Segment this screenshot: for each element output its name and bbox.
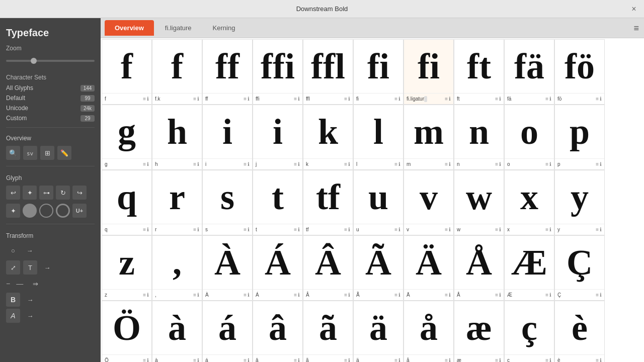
glyph-info-icon[interactable]: ℹ — [549, 227, 551, 232]
glyph-action-icons[interactable]: ≡ℹ — [596, 227, 602, 232]
edit-icon-btn[interactable]: ✏️ — [57, 146, 71, 160]
glyph-cell[interactable]: ij≡ℹ — [253, 105, 303, 170]
glyph-list-icon[interactable]: ≡ — [244, 227, 247, 232]
glyph-action-icons[interactable]: ≡ℹ — [244, 292, 250, 298]
glyph-info-icon[interactable]: ℹ — [499, 227, 501, 232]
glyph-info-icon[interactable]: ℹ — [449, 227, 451, 232]
glyph-list-icon[interactable]: ≡ — [143, 292, 146, 298]
glyph-cell[interactable]: hh≡ℹ — [152, 105, 202, 170]
glyph-list-icon[interactable]: ≡ — [445, 357, 448, 362]
uplus-icon[interactable]: U+ — [72, 204, 87, 218]
glyph-list-icon[interactable]: ≡ — [596, 96, 599, 102]
glyph-list-icon[interactable]: ≡ — [344, 292, 347, 298]
glyph-cell[interactable]: kk≡ℹ — [303, 105, 353, 170]
glyph-list-icon[interactable]: ≡ — [193, 96, 196, 102]
glyph-cell[interactable]: rr≡ℹ — [152, 170, 202, 235]
glyph-action-icons[interactable]: ≡ℹ — [545, 161, 551, 167]
glyph-action-icons[interactable]: ≡ℹ — [193, 96, 199, 102]
glyph-cell[interactable]: yy≡ℹ — [554, 170, 605, 235]
glyph-list-icon[interactable]: ≡ — [193, 357, 196, 362]
glyph-list-icon[interactable]: ≡ — [394, 357, 397, 362]
glyph-info-icon[interactable]: ℹ — [298, 357, 300, 362]
redo-icon[interactable]: ↪ — [72, 186, 87, 200]
glyph-cell[interactable]: zz≡ℹ — [102, 235, 152, 301]
glyph-info-icon[interactable]: ℹ — [499, 96, 501, 102]
circle-transform-icon[interactable]: ○ — [6, 243, 20, 257]
arrow-right-icon[interactable]: → — [23, 243, 37, 257]
glyph-action-icons[interactable]: ≡ℹ — [344, 227, 350, 232]
glyph-cell[interactable]: çç≡ℹ — [504, 301, 554, 362]
glyph-info-icon[interactable]: ℹ — [549, 357, 551, 362]
glyph-cell[interactable]: tt≡ℹ — [253, 170, 303, 235]
glyph-cell[interactable]: ÖÖ≡ℹ — [102, 301, 152, 362]
glyph-action-icons[interactable]: ≡ℹ — [445, 96, 451, 102]
glyph-action-icons[interactable]: ≡ℹ — [545, 357, 551, 362]
glyph-cell[interactable]: ÂÂ≡ℹ — [303, 235, 353, 301]
glyph-action-icons[interactable]: ≡ℹ — [294, 96, 300, 102]
glyph-action-icons[interactable]: ≡ℹ — [143, 227, 149, 232]
glyph-list-icon[interactable]: ≡ — [344, 161, 347, 167]
bold-button[interactable]: B — [6, 293, 20, 307]
glyph-info-icon[interactable]: ℹ — [248, 292, 250, 298]
glyph-list-icon[interactable]: ≡ — [294, 357, 297, 362]
glyph-list-icon[interactable]: ≡ — [495, 357, 498, 362]
glyph-cell[interactable]: ææ≡ℹ — [454, 301, 504, 362]
glyph-cell[interactable]: ff≡ℹ — [102, 39, 152, 105]
glyph-cell[interactable]: nn≡ℹ — [454, 105, 504, 170]
glyph-list-icon[interactable]: ≡ — [445, 96, 448, 102]
glyph-action-icons[interactable]: ≡ℹ — [596, 96, 602, 102]
glyph-info-icon[interactable]: ℹ — [298, 161, 300, 167]
glyph-info-icon[interactable]: ℹ — [499, 292, 501, 298]
svg-icon-btn[interactable]: svg — [23, 146, 37, 160]
glyph-action-icons[interactable]: ≡ℹ — [596, 357, 602, 362]
tab-overview[interactable]: Overview — [105, 20, 154, 36]
glyph-info-icon[interactable]: ℹ — [147, 357, 149, 362]
glyph-cell[interactable]: pp≡ℹ — [554, 105, 605, 170]
glyph-list-icon[interactable]: ≡ — [244, 161, 247, 167]
glyph-list-icon[interactable]: ≡ — [143, 96, 146, 102]
italic-button[interactable]: A — [6, 309, 20, 323]
text-icon[interactable]: T — [23, 260, 37, 275]
glyph-list-icon[interactable]: ≡ — [545, 292, 548, 298]
glyph-action-icons[interactable]: ≡ℹ — [445, 161, 451, 167]
sidebar-item-unicode[interactable]: Unicode 24k — [0, 103, 101, 113]
glyph-list-icon[interactable]: ≡ — [545, 161, 548, 167]
glyph-action-icons[interactable]: ≡ℹ — [495, 96, 501, 102]
glyph-cell[interactable]: ffiffi≡ℹ — [253, 39, 303, 105]
glyph-info-icon[interactable]: ℹ — [600, 227, 602, 232]
glyph-action-icons[interactable]: ≡ℹ — [495, 227, 501, 232]
glyph-action-icons[interactable]: ≡ℹ — [244, 96, 250, 102]
glyph-cell[interactable]: ll≡ℹ — [353, 105, 404, 170]
glyph-list-icon[interactable]: ≡ — [445, 161, 448, 167]
glyph-cell[interactable]: ff.k≡ℹ — [152, 39, 202, 105]
glyph-cell[interactable]: ÅÅ≡ℹ — [454, 235, 504, 301]
glyph-action-icons[interactable]: ≡ℹ — [495, 292, 501, 298]
glyph-cell[interactable]: fflffl≡ℹ — [303, 39, 353, 105]
glyph-list-icon[interactable]: ≡ — [596, 292, 599, 298]
glyph-list-icon[interactable]: ≡ — [394, 227, 397, 232]
glyph-action-icons[interactable]: ≡ℹ — [545, 292, 551, 298]
glyph-list-icon[interactable]: ≡ — [244, 357, 247, 362]
glyph-cell[interactable]: vv≡ℹ — [404, 170, 454, 235]
glyph-action-icons[interactable]: ≡ℹ — [596, 161, 602, 167]
glyph-info-icon[interactable]: ℹ — [398, 96, 400, 102]
glyph-info-icon[interactable]: ℹ — [197, 292, 199, 298]
glyph-list-icon[interactable]: ≡ — [495, 292, 498, 298]
glyph-list-icon[interactable]: ≡ — [545, 357, 548, 362]
glyph-info-icon[interactable]: ℹ — [398, 161, 400, 167]
glyph-action-icons[interactable]: ≡ℹ — [394, 96, 400, 102]
glyph-info-icon[interactable]: ℹ — [298, 292, 300, 298]
glyph-cell[interactable]: fifi.ligatur≡ℹ — [404, 39, 454, 105]
glyph-action-icons[interactable]: ≡ℹ — [143, 357, 149, 362]
glyph-list-icon[interactable]: ≡ — [495, 227, 498, 232]
glyph-cell[interactable]: ii≡ℹ — [202, 105, 253, 170]
glyph-cell[interactable]: oo≡ℹ — [504, 105, 554, 170]
undo-icon[interactable]: ↩ — [6, 186, 20, 200]
glyph-info-icon[interactable]: ℹ — [600, 96, 602, 102]
glyph-action-icons[interactable]: ≡ℹ — [445, 227, 451, 232]
glyph-info-icon[interactable]: ℹ — [298, 227, 300, 232]
glyph-action-icons[interactable]: ≡ℹ — [244, 161, 250, 167]
glyph-list-icon[interactable]: ≡ — [143, 227, 146, 232]
glyph-cell[interactable]: tftf≡ℹ — [303, 170, 353, 235]
sidebar-item-default[interactable]: Default 99 — [0, 93, 101, 103]
